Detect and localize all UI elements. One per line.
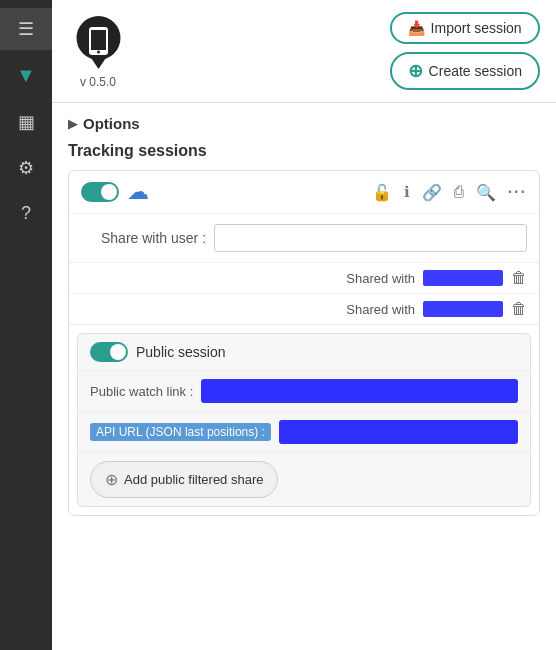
public-watch-link-value [201, 379, 518, 403]
api-url-value [279, 420, 518, 444]
sidebar: ☰ ▼ ▦ ⚙ ? [0, 0, 52, 650]
shared-with-row-2: Shared with 🗑 [69, 294, 539, 325]
add-public-filtered-share-button[interactable]: ⊕ Add public filtered share [90, 461, 278, 498]
session-actions: 🔓 ℹ 🔗 ⎙ 🔍 ··· [372, 183, 527, 202]
add-filtered-label: Add public filtered share [124, 472, 263, 487]
public-toggle-knob [110, 344, 126, 360]
api-url-label: API URL (JSON last positions) : [90, 423, 271, 441]
public-watch-link-row: Public watch link : [78, 371, 530, 412]
options-triangle-icon: ▶ [68, 117, 77, 131]
public-session-card: Public session Public watch link : API U… [77, 333, 531, 507]
header-buttons: 📥 Import session ⊕ Create session [390, 12, 540, 90]
tracking-sessions-title: Tracking sessions [68, 142, 540, 160]
share-icon[interactable]: ⎙ [454, 183, 464, 201]
header: v 0.5.0 📥 Import session ⊕ Create sessio… [52, 0, 556, 103]
share-with-user-input[interactable] [214, 224, 527, 252]
link-icon[interactable]: 🔗 [422, 183, 442, 202]
more-icon[interactable]: ··· [508, 183, 527, 201]
info-icon[interactable]: ℹ [404, 183, 410, 201]
app-logo [68, 13, 128, 73]
import-session-button[interactable]: 📥 Import session [390, 12, 540, 44]
shared-with-row-1: Shared with 🗑 [69, 263, 539, 294]
public-watch-link-label: Public watch link : [90, 384, 193, 399]
shared-user-2-blur [423, 301, 503, 317]
main-content: v 0.5.0 📥 Import session ⊕ Create sessio… [52, 0, 556, 650]
delete-shared-user-1-button[interactable]: 🗑 [511, 269, 527, 287]
filter-icon: ▼ [16, 64, 36, 87]
grid-icon: ▦ [18, 111, 35, 133]
options-toggle[interactable]: ▶ Options [68, 115, 540, 132]
session-toggle[interactable] [81, 182, 119, 202]
create-session-button[interactable]: ⊕ Create session [390, 52, 540, 90]
sidebar-item-menu[interactable]: ☰ [0, 8, 52, 50]
public-session-label: Public session [136, 344, 226, 360]
import-icon: 📥 [408, 20, 425, 36]
import-button-label: Import session [431, 20, 522, 36]
content-area: ▶ Options Tracking sessions ☁ � [52, 103, 556, 650]
shared-with-label-2: Shared with [346, 302, 415, 317]
settings-icon: ⚙ [18, 157, 34, 179]
sidebar-item-help[interactable]: ? [0, 193, 52, 234]
add-filtered-icon: ⊕ [105, 470, 118, 489]
unlock-icon[interactable]: 🔓 [372, 183, 392, 202]
shared-with-label-1: Shared with [346, 271, 415, 286]
create-button-label: Create session [429, 63, 522, 79]
session-card: ☁ 🔓 ℹ 🔗 ⎙ 🔍 ··· Share with user : [68, 170, 540, 516]
session-header: ☁ 🔓 ℹ 🔗 ⎙ 🔍 ··· [69, 171, 539, 214]
options-section: ▶ Options [68, 115, 540, 132]
menu-icon: ☰ [18, 18, 34, 40]
shared-user-1-blur [423, 270, 503, 286]
share-with-user-row: Share with user : [69, 214, 539, 263]
help-icon: ? [21, 203, 31, 224]
create-icon: ⊕ [408, 60, 423, 82]
session-cloud-icon: ☁ [127, 179, 149, 205]
toggle-knob [101, 184, 117, 200]
delete-shared-user-2-button[interactable]: 🗑 [511, 300, 527, 318]
options-label: Options [83, 115, 140, 132]
share-with-user-label: Share with user : [101, 230, 206, 246]
sidebar-item-filter[interactable]: ▼ [0, 54, 52, 97]
sidebar-item-grid[interactable]: ▦ [0, 101, 52, 143]
logo-area: v 0.5.0 [68, 13, 128, 89]
svg-rect-3 [91, 30, 106, 50]
session-toggle-area: ☁ [81, 179, 372, 205]
tracking-sessions-section: Tracking sessions ☁ 🔓 ℹ 🔗 ⎙ [68, 142, 540, 516]
version-text: v 0.5.0 [80, 75, 116, 89]
sidebar-item-settings[interactable]: ⚙ [0, 147, 52, 189]
public-session-header: Public session [78, 334, 530, 371]
api-url-row: API URL (JSON last positions) : [78, 412, 530, 453]
search-icon[interactable]: 🔍 [476, 183, 496, 202]
svg-point-4 [97, 50, 100, 53]
public-session-toggle[interactable] [90, 342, 128, 362]
